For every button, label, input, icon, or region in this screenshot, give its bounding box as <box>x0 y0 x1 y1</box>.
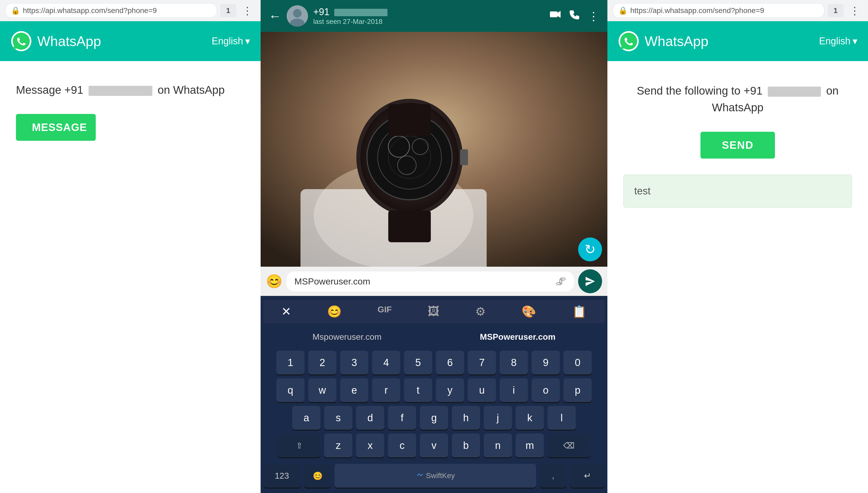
left-app-title: WhatsApp <box>37 33 101 49</box>
attachment-icon[interactable]: 🖇 <box>556 276 566 287</box>
key-z[interactable]: z <box>324 433 352 457</box>
right-app-title: WhatsApp <box>645 33 708 49</box>
kb-theme-icon[interactable]: 🎨 <box>522 305 536 319</box>
key-e[interactable]: e <box>340 378 368 402</box>
key-y[interactable]: y <box>436 378 464 402</box>
key-r[interactable]: r <box>372 378 400 402</box>
key-n[interactable]: n <box>484 433 512 457</box>
message-preview-text: test <box>634 186 650 197</box>
kb-sticker-icon[interactable]: 🖼 <box>428 305 439 319</box>
contact-name: +91 <box>313 6 544 18</box>
key-i[interactable]: i <box>500 378 528 402</box>
key-p[interactable]: p <box>564 378 592 402</box>
left-lang-label: English <box>212 36 243 47</box>
keyboard-toolbar: ✕ 😊 GIF 🖼 ⚙ 🎨 📋 <box>263 300 605 323</box>
emoji-button[interactable]: 😊 <box>266 274 282 289</box>
key-d[interactable]: d <box>356 406 384 430</box>
back-button[interactable]: ← <box>268 9 281 23</box>
right-browser-menu[interactable]: ⋮ <box>847 4 863 17</box>
key-q[interactable]: q <box>276 378 304 402</box>
key-7[interactable]: 7 <box>468 351 496 374</box>
right-url-bar[interactable]: 🔒 https://api.whatsapp.com/send?phone=9 <box>613 3 824 18</box>
video-call-icon[interactable] <box>549 9 561 23</box>
left-panel: 🔒 https://api.whatsapp.com/send?phone=9 … <box>0 0 261 493</box>
key-w[interactable]: w <box>308 378 337 402</box>
svg-point-2 <box>293 9 302 18</box>
right-lang-arrow: ▾ <box>852 36 857 47</box>
message-input-field[interactable]: MSPoweruser.com 🖇 <box>286 272 574 292</box>
key-9[interactable]: 9 <box>531 351 560 374</box>
suggestion-2[interactable]: MSPoweruser.com <box>475 330 561 344</box>
key-0[interactable]: 0 <box>564 351 592 374</box>
right-app-header: WhatsApp English ▾ <box>607 21 868 61</box>
suggestion-1[interactable]: Mspoweruser.com <box>307 330 387 344</box>
key-5[interactable]: 5 <box>404 351 432 374</box>
kb-settings-icon[interactable]: ⚙ <box>475 305 486 319</box>
key-3[interactable]: 3 <box>340 351 368 374</box>
svg-rect-17 <box>460 149 468 165</box>
key-backspace[interactable]: ⌫ <box>548 433 590 457</box>
message-send-button[interactable] <box>578 269 602 293</box>
key-b[interactable]: b <box>452 433 480 457</box>
kb-emoji-icon[interactable]: 😊 <box>327 305 342 319</box>
left-url-bar[interactable]: 🔒 https://api.whatsapp.com/send?phone=9 <box>5 3 217 18</box>
key-8[interactable]: 8 <box>500 351 528 374</box>
suggestions-row: Mspoweruser.com MSPoweruser.com <box>263 327 605 347</box>
refresh-button[interactable]: ↻ <box>578 237 602 261</box>
key-a[interactable]: a <box>292 406 320 430</box>
key-t[interactable]: t <box>404 378 432 402</box>
key-v[interactable]: v <box>420 433 448 457</box>
key-o[interactable]: o <box>531 378 560 402</box>
right-phone-redacted <box>768 87 821 97</box>
key-123[interactable]: 123 <box>263 464 301 488</box>
input-typed-text: MSPoweruser.com <box>295 276 370 286</box>
key-c[interactable]: c <box>388 433 416 457</box>
right-tab-count[interactable]: 1 <box>828 4 844 17</box>
left-lang-selector[interactable]: English ▾ <box>212 36 250 47</box>
left-panel-content: Message +91 on WhatsApp MESSAGE <box>0 61 261 162</box>
voice-call-icon[interactable] <box>569 9 580 23</box>
whatsapp-logo-icon <box>11 30 32 52</box>
left-message-button[interactable]: MESSAGE <box>16 114 96 141</box>
key-u[interactable]: u <box>468 378 496 402</box>
right-send-button[interactable]: SEND <box>701 132 775 158</box>
phone-menu-icon[interactable]: ⋮ <box>588 9 600 23</box>
refresh-icon: ↻ <box>585 242 596 257</box>
key-1[interactable]: 1 <box>276 351 304 374</box>
key-s[interactable]: s <box>324 406 352 430</box>
left-lang-arrow: ▾ <box>245 36 250 47</box>
key-h[interactable]: h <box>452 406 480 430</box>
key-x[interactable]: x <box>356 433 384 457</box>
left-phone-redacted <box>88 86 153 96</box>
key-emoji[interactable]: 😊 <box>304 464 331 488</box>
key-enter[interactable]: ↵ <box>570 464 605 488</box>
key-m[interactable]: m <box>516 433 544 457</box>
key-2[interactable]: 2 <box>308 351 337 374</box>
kb-close-icon[interactable]: ✕ <box>281 305 291 319</box>
phone-action-buttons: ⋮ <box>549 9 600 23</box>
svg-marker-20 <box>586 277 595 286</box>
left-tab-count[interactable]: 1 <box>220 4 236 17</box>
watch-image <box>261 32 607 267</box>
key-f[interactable]: f <box>388 406 416 430</box>
chat-image-area: ↻ <box>261 32 607 267</box>
key-j[interactable]: j <box>484 406 512 430</box>
left-browser-bar: 🔒 https://api.whatsapp.com/send?phone=9 … <box>0 0 261 21</box>
keyboard-row-zxcv: ⇧ z x c v b n m ⌫ <box>263 433 605 457</box>
key-shift[interactable]: ⇧ <box>278 433 320 457</box>
key-g[interactable]: g <box>420 406 448 430</box>
kb-gif-icon[interactable]: GIF <box>378 305 392 319</box>
lock-icon: 🔒 <box>11 6 20 15</box>
key-l[interactable]: l <box>548 406 576 430</box>
svg-marker-5 <box>558 11 561 18</box>
right-lang-selector[interactable]: English ▾ <box>819 36 857 47</box>
key-4[interactable]: 4 <box>372 351 400 374</box>
right-send-prefix: Send the following to +91 <box>637 84 763 97</box>
key-comma[interactable]: , <box>540 464 566 488</box>
left-browser-menu[interactable]: ⋮ <box>239 4 255 17</box>
kb-clipboard-icon[interactable]: 📋 <box>572 305 587 319</box>
right-panel-content: Send the following to +91 on WhatsApp SE… <box>607 61 868 229</box>
key-k[interactable]: k <box>516 406 544 430</box>
key-6[interactable]: 6 <box>436 351 464 374</box>
key-space[interactable]: SwiftKey <box>335 464 536 488</box>
